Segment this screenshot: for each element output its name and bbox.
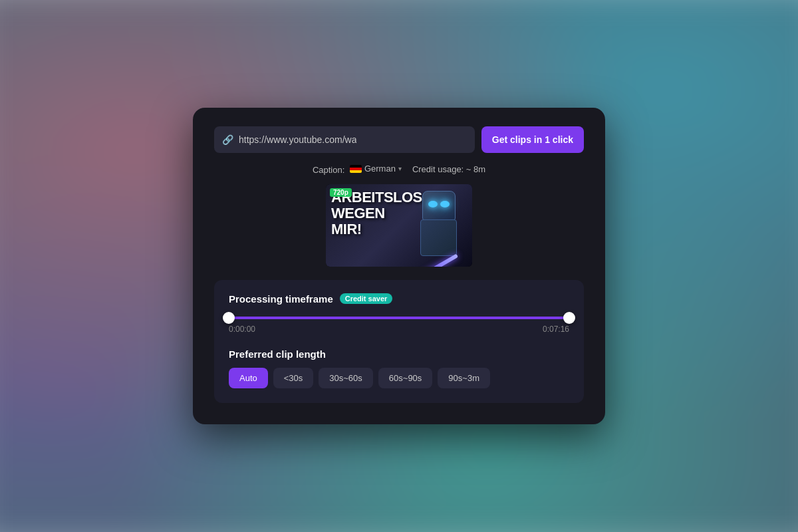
- url-row: 🔗 https://www.youtube.com/wa Get clips i…: [214, 126, 584, 153]
- flag-de-icon: [350, 165, 362, 173]
- url-input-wrap[interactable]: 🔗 https://www.youtube.com/wa: [214, 126, 475, 153]
- processing-header: Processing timeframe Credit saver: [229, 293, 569, 305]
- caption-label: Caption: German ▾: [313, 164, 402, 175]
- chevron-down-icon: ▾: [398, 165, 402, 172]
- clip-btn--30s[interactable]: <30s: [273, 368, 314, 388]
- robot-eye-right: [440, 201, 450, 207]
- video-thumbnail: ARBEITSLOS WEGEN MIR! 720p: [326, 184, 472, 267]
- slider-track: [229, 317, 569, 319]
- caption-row: Caption: German ▾ Credit usage: ~ 8m: [214, 164, 584, 175]
- clip-btn-60s-90s[interactable]: 60s~90s: [378, 368, 433, 388]
- slider-end-time: 0:07:16: [543, 325, 569, 334]
- clip-btn-90s-3m[interactable]: 90s~3m: [438, 368, 490, 388]
- main-card: 🔗 https://www.youtube.com/wa Get clips i…: [193, 108, 605, 424]
- quality-badge: 720p: [330, 188, 352, 197]
- link-icon: 🔗: [222, 134, 233, 145]
- robot-head: [422, 191, 456, 221]
- processing-section: Processing timeframe Credit saver 0:00:0…: [214, 280, 584, 403]
- timeframe-slider[interactable]: [229, 317, 569, 319]
- slider-thumb-end[interactable]: [563, 312, 575, 324]
- url-display: https://www.youtube.com/wa: [239, 134, 356, 145]
- credit-usage: Credit usage: ~ 8m: [412, 164, 485, 174]
- slider-start-time: 0:00:00: [229, 325, 255, 334]
- thumbnail-wrap: ARBEITSLOS WEGEN MIR! 720p: [214, 184, 584, 267]
- robot-figure: [412, 188, 466, 261]
- slider-thumb-start[interactable]: [223, 312, 235, 324]
- robot-eye-left: [428, 201, 438, 207]
- clip-length-buttons: Auto<30s30s~60s60s~90s90s~3m: [229, 368, 569, 388]
- get-clips-button[interactable]: Get clips in 1 click: [481, 126, 584, 153]
- caption-language-selector[interactable]: German ▾: [350, 164, 402, 174]
- clip-length-title: Preferred clip length: [229, 348, 569, 360]
- robot-body: [420, 219, 457, 256]
- slider-labels: 0:00:00 0:07:16: [229, 325, 569, 334]
- credit-saver-badge: Credit saver: [340, 293, 393, 304]
- processing-title: Processing timeframe: [229, 293, 333, 305]
- clip-length-section: Preferred clip length Auto<30s30s~60s60s…: [229, 348, 569, 388]
- clip-btn-auto[interactable]: Auto: [229, 368, 268, 388]
- clip-btn-30s-60s[interactable]: 30s~60s: [319, 368, 373, 388]
